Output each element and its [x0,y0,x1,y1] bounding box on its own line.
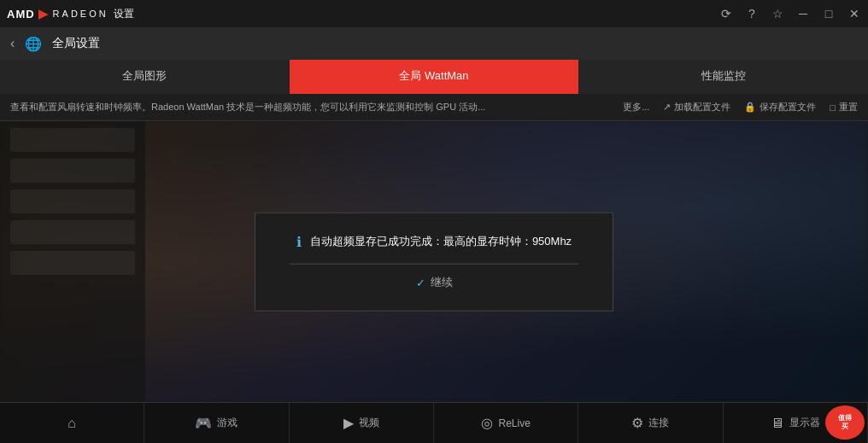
games-icon: 🎮 [195,415,212,431]
nav-home[interactable]: ⌂ [0,403,144,443]
info-icon: ℹ [296,233,302,249]
info-bar: 查看和配置风扇转速和时钟频率。Radeon WattMan 技术是一种超频功能，… [0,94,868,121]
load-icon: ↗ [663,102,671,113]
left-panel-item [10,220,135,244]
dialog-divider [290,263,578,264]
tab-wattman[interactable]: 全局 WattMan [290,60,579,94]
amd-arrow-icon: ▶ [38,7,48,20]
dialog-box: ℹ 自动超频显存已成功完成：最高的显存时钟：950Mhz ✓ 继续 [255,212,613,312]
save-config-button[interactable]: 🔒 保存配置文件 [744,101,816,114]
left-panel-item [10,189,135,213]
checkmark-icon: ✓ [416,276,425,289]
load-config-button[interactable]: ↗ 加载配置文件 [663,101,730,114]
app-title-text: 设置 [114,7,134,21]
video-icon: ▶ [343,415,354,431]
nav-display-label: 显示器 [789,416,820,430]
display-icon: 🖥 [771,416,784,431]
minimize-button[interactable]: ─ [796,7,810,20]
radeon-text: RADEON [53,9,108,19]
main-content: ℹ 自动超频显存已成功完成：最高的显存时钟：950Mhz ✓ 继续 [0,121,868,402]
reset-icon: □ [830,102,836,113]
nav-relive[interactable]: ◎ ReLive [434,403,578,443]
tab-bar: 全局图形 全局 WattMan 性能监控 [0,60,868,94]
left-panel-item [10,251,135,275]
dialog-message: ℹ 自动超频显存已成功完成：最高的显存时钟：950Mhz [290,233,578,249]
bottom-nav: ⌂ 🎮 游戏 ▶ 视频 ◎ ReLive ⚙ 连接 🖥 显示器 值得 买 [0,402,868,443]
amd-brand-text: AMD [7,8,35,20]
globe-icon: 🌐 [25,36,42,52]
dialog-text: 自动超频显存已成功完成：最高的显存时钟：950Mhz [310,234,572,249]
left-panel-item [10,128,135,152]
refresh-button[interactable]: ⟳ [719,7,733,20]
tab-graphics[interactable]: 全局图形 [0,60,290,94]
nav-video[interactable]: ▶ 视频 [290,403,434,443]
nav-connect[interactable]: ⚙ 连接 [578,403,723,443]
page-title: 全局设置 [52,36,100,51]
info-description: 查看和配置风扇转速和时钟频率。Radeon WattMan 技术是一种超频功能，… [10,101,616,114]
nav-games[interactable]: 🎮 游戏 [144,403,289,443]
nav-video-label: 视频 [359,416,379,430]
title-bar: AMD ▶ RADEON 设置 ⟳ ? ☆ ─ □ ✕ [0,0,868,27]
info-actions: 更多... ↗ 加载配置文件 🔒 保存配置文件 □ 重置 [623,101,858,114]
nav-games-label: 游戏 [217,416,238,430]
title-bar-controls: ⟳ ? ☆ ─ □ ✕ [719,7,861,20]
left-panel-item [10,159,135,183]
title-bar-left: AMD ▶ RADEON 设置 [7,7,134,21]
close-button[interactable]: ✕ [847,7,861,20]
amd-logo: AMD ▶ [7,7,48,20]
reset-button[interactable]: □ 重置 [830,101,858,114]
bookmark-button[interactable]: ☆ [771,7,784,20]
relive-icon: ◎ [481,415,493,431]
maximize-button[interactable]: □ [822,7,836,20]
home-icon: ⌂ [67,416,76,431]
connect-icon: ⚙ [631,415,643,431]
left-panel [0,121,145,402]
nav-connect-label: 连接 [648,416,669,430]
nav-relive-label: ReLive [498,417,530,429]
watermark[interactable]: 值得 买 [825,405,865,440]
nav-bar: ‹ 🌐 全局设置 [0,27,868,60]
tab-monitor[interactable]: 性能监控 [578,60,868,94]
confirm-button[interactable]: ✓ 继续 [416,275,453,290]
more-button[interactable]: 更多... [623,101,649,114]
help-button[interactable]: ? [745,7,759,20]
back-button[interactable]: ‹ [10,36,15,51]
save-icon: 🔒 [744,102,756,113]
